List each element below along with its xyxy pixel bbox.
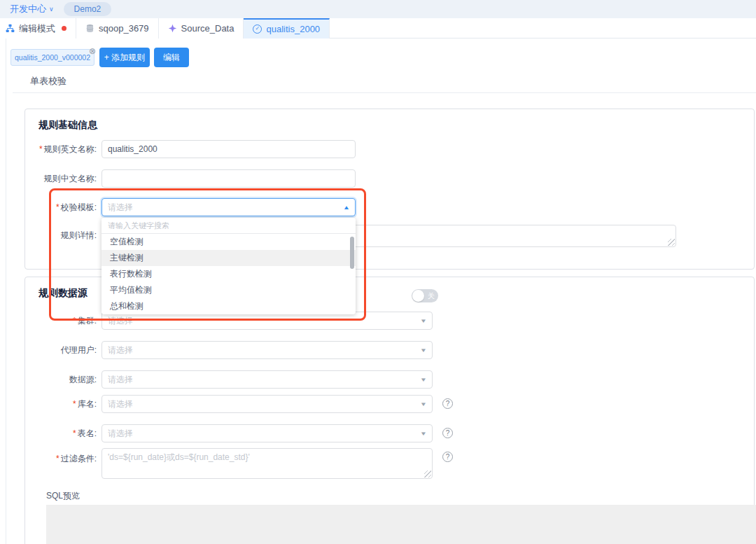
- database-icon: [85, 24, 94, 33]
- field-label-detail: 规则详情:: [28, 226, 97, 244]
- required-asterisk: *: [39, 144, 43, 154]
- dropdown-search-input[interactable]: [102, 218, 356, 234]
- resize-grip-icon[interactable]: [668, 239, 675, 246]
- sql-preview-area: [46, 505, 756, 544]
- tab-label: 编辑模式: [19, 22, 55, 35]
- field-label-filter: *过滤条件:: [28, 449, 97, 468]
- sitemap-icon: [6, 24, 15, 33]
- rule-version-chip[interactable]: qualitis_2000_v000002 ⊗: [10, 49, 94, 66]
- workspace-bar: 开发中心 ∨ Demo2: [0, 0, 756, 18]
- spark-icon: [168, 24, 177, 33]
- add-rule-button[interactable]: + 添加规则: [99, 48, 150, 67]
- tab-single-table-check[interactable]: 单表校验: [30, 75, 66, 88]
- dropdown-option[interactable]: 表行数检测: [102, 266, 356, 282]
- divider: [13, 92, 756, 93]
- caret-down-icon: ▼: [420, 377, 427, 383]
- required-asterisk: *: [73, 399, 76, 409]
- dropdown-option[interactable]: 空值检测: [102, 234, 356, 250]
- shield-check-icon: ✓: [253, 25, 262, 34]
- field-label-database: *库名:: [28, 395, 97, 413]
- tab-label: sqoop_3679: [99, 23, 149, 34]
- scrollbar-thumb[interactable]: [350, 237, 354, 269]
- tab-qualitis-2000[interactable]: ✓ qualitis_2000: [244, 18, 330, 39]
- rule-en-name-input[interactable]: [102, 140, 356, 158]
- datasource-toggle[interactable]: 关: [412, 289, 438, 302]
- field-label-proxy-user: 代理用户:: [28, 341, 97, 359]
- sql-preview-label: SQL预览: [46, 490, 80, 502]
- edit-button[interactable]: 编辑: [154, 48, 189, 67]
- datasource-select[interactable]: 请选择 ▼: [102, 370, 433, 389]
- editor-tabbar: 编辑模式 sqoop_3679 Source_Data ✓ qualitis_2…: [0, 18, 756, 39]
- database-select[interactable]: 请选择 ▼: [102, 395, 433, 413]
- tab-edit-mode[interactable]: 编辑模式: [0, 18, 76, 39]
- field-label-en-name: *规则英文名称:: [28, 140, 97, 158]
- dropdown-option[interactable]: 总和检测: [102, 298, 356, 314]
- caret-down-icon: ▼: [420, 401, 427, 407]
- table-select[interactable]: 请选择 ▼: [102, 424, 433, 442]
- filter-condition-textarea[interactable]: [102, 448, 433, 479]
- panel-divider: [6, 39, 6, 544]
- template-dropdown-panel: 空值检测 主键检测 表行数检测 平均值检测 总和检测: [102, 218, 356, 314]
- help-icon[interactable]: ?: [442, 428, 453, 438]
- section-title-datasource: 规则数据源: [38, 287, 88, 300]
- tab-label: qualitis_2000: [266, 24, 320, 34]
- required-asterisk: *: [73, 316, 76, 326]
- template-select[interactable]: 请选择 ▲: [102, 198, 356, 216]
- caret-down-icon: ▼: [420, 431, 427, 437]
- field-label-cn-name: 规则中文名称:: [28, 169, 97, 188]
- caret-down-icon: ▼: [420, 347, 427, 354]
- proxy-user-select[interactable]: 请选择 ▼: [102, 341, 433, 359]
- field-label-template: *校验模板:: [28, 198, 97, 216]
- resize-grip-icon[interactable]: [424, 470, 431, 477]
- field-label-table: *表名:: [28, 424, 97, 442]
- workspace-menu[interactable]: 开发中心 ∨: [10, 3, 54, 15]
- field-label-datasource: 数据源:: [28, 370, 97, 389]
- tab-source-data[interactable]: Source_Data: [159, 18, 244, 39]
- help-icon[interactable]: ?: [442, 398, 453, 409]
- required-asterisk: *: [73, 428, 76, 438]
- rule-version-label: qualitis_2000_v000002: [15, 53, 90, 62]
- chevron-down-icon: ∨: [49, 6, 54, 13]
- page: 开发中心 ∨ Demo2 编辑模式 sqoop_3679 Source_Data: [0, 0, 756, 544]
- dropdown-option-highlighted[interactable]: 主键检测: [102, 250, 356, 266]
- project-tab[interactable]: Demo2: [64, 2, 112, 16]
- workspace-label: 开发中心: [10, 3, 46, 15]
- caret-down-icon: ▼: [420, 318, 427, 324]
- close-icon[interactable]: ⊗: [89, 43, 96, 59]
- field-label-cluster: *集群:: [28, 312, 97, 330]
- unsaved-dot-icon: [62, 26, 66, 31]
- required-asterisk: *: [56, 202, 59, 212]
- caret-up-icon: ▲: [343, 204, 350, 211]
- required-asterisk: *: [56, 454, 59, 463]
- tab-sqoop-3679[interactable]: sqoop_3679: [76, 18, 159, 39]
- toggle-state-label: 关: [428, 291, 435, 300]
- section-title-basic-info: 规则基础信息: [38, 119, 97, 132]
- toggle-knob: [412, 290, 424, 302]
- dropdown-option[interactable]: 平均值检测: [102, 282, 356, 298]
- tab-label: Source_Data: [181, 23, 234, 34]
- rule-cn-name-input[interactable]: [102, 169, 356, 188]
- help-icon[interactable]: ?: [442, 452, 453, 462]
- template-select-placeholder: 请选择: [108, 202, 344, 214]
